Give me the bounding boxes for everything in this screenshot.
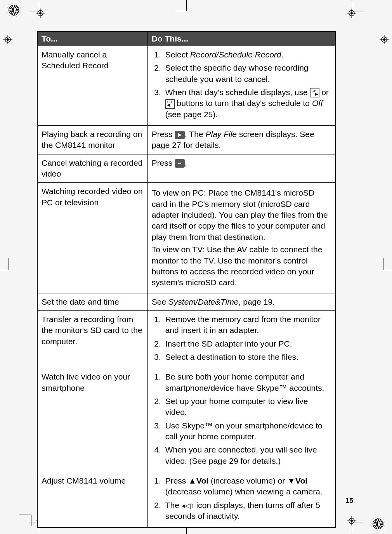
step-text: Select a destination to store the files. xyxy=(163,352,331,362)
table-row: Cancel watching a recorded video Press ↩… xyxy=(37,154,335,183)
step-text: Select xyxy=(165,50,190,59)
step-italic: System/Date&Time xyxy=(168,297,239,306)
step-text: Remove the memory card from the monitor … xyxy=(163,314,331,336)
row-do: Press ▶. The Play File screen displays. … xyxy=(147,126,335,154)
instruction-table: To... Do This... Manually cancel a Sched… xyxy=(37,31,336,528)
table-row: Playing back a recording on the CM8141 m… xyxy=(37,126,335,154)
registration-mark-icon xyxy=(347,9,356,18)
table-row: Transfer a recording from the monitor's … xyxy=(37,310,335,368)
play-button-icon: ▶ xyxy=(175,131,185,139)
step-text: Set up your home computer to view live v… xyxy=(163,396,331,418)
row-to: Cancel watching a recorded video xyxy=(37,154,147,183)
step-text: When that day's schedule displays, use xyxy=(165,88,310,97)
step-text: Be sure both your home computer and smar… xyxy=(163,371,331,394)
step-text: buttons to turn that day's schedule to xyxy=(175,99,312,107)
step-text: Press xyxy=(165,476,189,485)
step-text: Press xyxy=(152,158,175,167)
step-text: , page 19. xyxy=(239,297,275,306)
registration-mark-icon xyxy=(3,35,12,44)
vol-down-label: ▼Vol xyxy=(287,476,307,485)
step-text: Insert the SD adapter into your PC. xyxy=(163,338,331,349)
table-header-to: To... xyxy=(37,31,147,46)
row-do: To view on PC: Place the CM8141's microS… xyxy=(147,183,335,293)
row-to: Transfer a recording from the monitor's … xyxy=(37,310,147,368)
step-text: Use Skype™ on your smartphone/device to … xyxy=(163,420,331,442)
table-header-dothis: Do This... xyxy=(147,31,335,46)
registration-circle-icon xyxy=(7,3,21,17)
row-do: Press ↩. xyxy=(147,154,335,183)
step-text: . The xyxy=(185,130,205,139)
vol-up-label: ▲Vol xyxy=(188,476,208,485)
row-do: Select Record/Schedule Record. Select th… xyxy=(147,46,335,126)
step-text: (see page 25). xyxy=(165,110,218,119)
page-number: 15 xyxy=(345,497,353,505)
registration-mark-icon xyxy=(36,9,45,18)
step-text: The xyxy=(165,501,182,510)
row-do: Be sure both your home computer and smar… xyxy=(147,368,335,472)
table-row: Watch live video on your smartphone Be s… xyxy=(37,368,335,472)
step-text: or xyxy=(319,88,329,97)
row-paragraph: To view on PC: Place the CM8141's microS… xyxy=(152,187,331,243)
registration-circle-icon xyxy=(371,517,385,531)
row-to: Playing back a recording on the CM8141 m… xyxy=(37,126,147,154)
step-text: When you are connected, you will see liv… xyxy=(163,444,331,466)
step-text: (increase volume) or xyxy=(208,476,287,485)
registration-mark-icon xyxy=(347,516,356,525)
step-italic: Play File xyxy=(205,130,237,139)
speaker-icon: ◂◁↑ xyxy=(182,502,194,510)
channel-next-icon xyxy=(310,88,319,97)
row-do: See System/Date&Time, page 19. xyxy=(147,293,335,310)
table-row: Set the date and time See System/Date&Ti… xyxy=(37,293,335,310)
channel-prev-icon xyxy=(165,99,175,109)
row-to: Watch live video on your smartphone xyxy=(37,368,147,472)
step-text: Select the specific day whose recording … xyxy=(163,62,331,85)
step-italic: Off xyxy=(312,99,323,107)
step-text: See xyxy=(152,297,168,306)
table-row: Manually cancel a Scheduled Record Selec… xyxy=(37,46,335,126)
row-to: Watching recorded video on PC or televis… xyxy=(37,183,147,293)
table-row: Adjust CM8141 volume Press ▲Vol (increas… xyxy=(37,472,335,528)
table-row: Watching recorded video on PC or televis… xyxy=(37,183,335,293)
row-to: Adjust CM8141 volume xyxy=(37,472,147,528)
row-to: Set the date and time xyxy=(37,293,147,310)
registration-mark-icon xyxy=(380,35,389,44)
back-button-icon: ↩ xyxy=(175,159,185,168)
row-paragraph: To view on TV: Use the AV cable to conne… xyxy=(152,244,331,288)
row-to: Manually cancel a Scheduled Record xyxy=(37,46,147,126)
row-do: Press ▲Vol (increase volume) or ▼Vol (de… xyxy=(147,472,335,528)
step-text: (decrease volume) when viewing a camera. xyxy=(165,487,323,496)
step-text: Press xyxy=(152,130,175,139)
step-italic: Record/Schedule Record xyxy=(190,50,281,59)
page-content: To... Do This... Manually cancel a Sched… xyxy=(37,31,336,528)
step-text: . xyxy=(185,158,187,167)
step-text: . xyxy=(281,50,284,59)
row-do: Remove the memory card from the monitor … xyxy=(147,310,335,368)
